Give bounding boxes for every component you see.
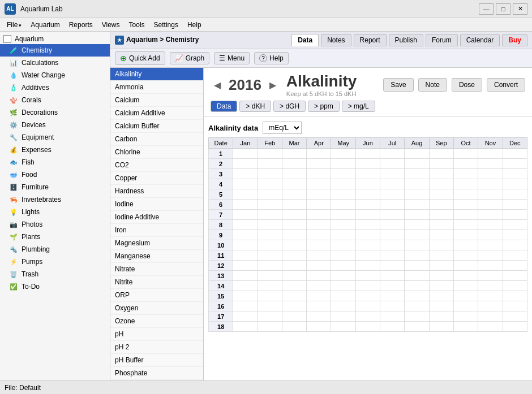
data-cell[interactable] [355,159,380,169]
chem-item-ozone[interactable]: Ozone [110,315,203,328]
data-cell[interactable] [453,240,478,250]
data-cell[interactable] [405,301,429,311]
chem-item-salinity[interactable]: Salinity [110,380,203,380]
data-cell[interactable] [331,189,355,200]
alk-tab---dgh[interactable]: > dGH [273,101,306,112]
data-cell[interactable] [233,210,258,220]
sidebar-item-plumbing[interactable]: 🔩Plumbing [0,243,110,256]
data-cell[interactable] [307,261,331,271]
data-cell[interactable] [282,169,306,179]
data-cell[interactable] [380,179,405,189]
data-cell[interactable] [478,230,503,240]
chem-item-iodine-additive[interactable]: Iodine Additive [110,211,203,224]
chem-item-oxygen[interactable]: Oxygen [110,302,203,315]
data-cell[interactable] [453,200,478,210]
data-cell[interactable] [307,281,331,291]
graph-button[interactable]: 📈 Graph [170,52,209,64]
data-cell[interactable] [307,301,331,311]
data-cell[interactable] [453,149,478,159]
data-cell[interactable] [258,200,282,210]
data-cell[interactable] [405,261,429,271]
unit-select[interactable]: mEq/LdKHdGHppmmg/L [263,122,302,134]
data-cell[interactable] [258,220,282,230]
data-cell[interactable] [282,240,306,250]
data-cell[interactable] [307,200,331,210]
chem-item-phosphate[interactable]: Phosphate [110,367,203,380]
sidebar-item-trash[interactable]: 🗑️Trash [0,268,110,280]
alk-tab---ppm[interactable]: > ppm [308,101,340,112]
alk-tab---dkh[interactable]: > dKH [239,101,271,112]
data-cell[interactable] [282,179,306,189]
data-cell[interactable] [503,291,527,301]
data-cell[interactable] [282,220,306,230]
data-cell[interactable] [453,271,478,281]
sidebar-item-food[interactable]: 🥣Food [0,168,110,181]
data-cell[interactable] [307,210,331,220]
data-cell[interactable] [233,291,258,301]
chem-item-copper[interactable]: Copper [110,172,203,185]
data-cell[interactable] [307,169,331,179]
data-cell[interactable] [380,322,405,332]
chem-item-nitrite[interactable]: Nitrite [110,276,203,289]
chem-item-alkalinity[interactable]: Alkalinity [110,68,203,81]
data-cell[interactable] [380,230,405,240]
data-cell[interactable] [233,271,258,281]
header-tab-notes[interactable]: Notes [321,34,351,46]
sidebar-item-water-change[interactable]: 💧Water Change [0,69,110,81]
data-cell[interactable] [355,301,380,311]
chem-item-iodine[interactable]: Iodine [110,198,203,211]
chem-item-ph-2[interactable]: pH 2 [110,341,203,354]
data-cell[interactable] [429,179,453,189]
data-cell[interactable] [453,230,478,240]
data-cell[interactable] [405,220,429,230]
header-tab-calendar[interactable]: Calendar [460,34,500,46]
data-cell[interactable] [233,159,258,169]
data-cell[interactable] [282,322,306,332]
chem-item-carbon[interactable]: Carbon [110,133,203,146]
data-cell[interactable] [478,261,503,271]
data-cell[interactable] [503,210,527,220]
data-cell[interactable] [307,271,331,281]
data-cell[interactable] [380,261,405,271]
data-cell[interactable] [307,220,331,230]
data-cell[interactable] [233,179,258,189]
data-cell[interactable] [331,200,355,210]
data-cell[interactable] [380,210,405,220]
data-cell[interactable] [282,271,306,281]
data-cell[interactable] [405,189,429,200]
data-cell[interactable] [503,230,527,240]
data-cell[interactable] [307,322,331,332]
data-cell[interactable] [331,230,355,240]
data-cell[interactable] [478,311,503,322]
data-cell[interactable] [307,179,331,189]
chem-item-manganese[interactable]: Manganese [110,250,203,263]
minimize-button[interactable]: — [479,3,494,15]
year-next-arrow[interactable]: ▶ [266,79,280,92]
data-cell[interactable] [258,230,282,240]
year-prev-arrow[interactable]: ◀ [211,79,224,92]
close-button[interactable]: ✕ [513,3,527,15]
data-cell[interactable] [331,250,355,261]
data-cell[interactable] [282,250,306,261]
data-cell[interactable] [355,240,380,250]
data-cell[interactable] [478,220,503,230]
data-cell[interactable] [355,189,380,200]
data-cell[interactable] [405,291,429,301]
data-cell[interactable] [453,311,478,322]
data-cell[interactable] [405,250,429,261]
data-cell[interactable] [380,281,405,291]
data-cell[interactable] [233,311,258,322]
data-cell[interactable] [503,159,527,169]
data-cell[interactable] [258,169,282,179]
data-cell[interactable] [307,250,331,261]
sidebar-item-corals[interactable]: 🪸Corals [0,94,110,106]
data-cell[interactable] [478,281,503,291]
data-cell[interactable] [331,240,355,250]
chem-item-chlorine[interactable]: Chlorine [110,146,203,159]
data-cell[interactable] [307,311,331,322]
data-cell[interactable] [355,311,380,322]
chem-item-ph[interactable]: pH [110,328,203,341]
data-cell[interactable] [405,281,429,291]
data-cell[interactable] [331,179,355,189]
data-cell[interactable] [380,200,405,210]
